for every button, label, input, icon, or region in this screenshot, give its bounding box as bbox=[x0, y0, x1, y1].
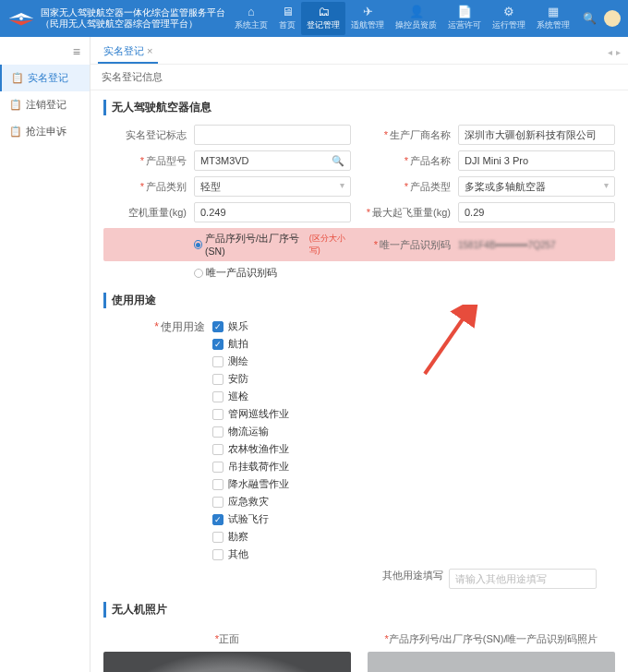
collapse-icon[interactable]: ≡ bbox=[0, 42, 90, 65]
photo-sn[interactable] bbox=[368, 652, 615, 672]
top-nav: ⌂系统主页 🖥首页 🗂登记管理 ✈适航管理 👤操控员资质 📄运营许可 ⚙运行管理… bbox=[229, 2, 575, 35]
usage-checkbox[interactable]: 其他 bbox=[212, 546, 289, 563]
empty-weight-input[interactable]: 0.249 bbox=[194, 202, 351, 222]
usage-checkbox[interactable]: 勘察 bbox=[212, 528, 289, 546]
usage-checkbox[interactable]: 吊挂载荷作业 bbox=[212, 458, 289, 475]
uid-radio[interactable]: 唯一产品识别码 bbox=[194, 267, 615, 280]
nav-registration[interactable]: 🗂登记管理 bbox=[301, 2, 345, 35]
usage-checkbox[interactable]: 安防 bbox=[212, 370, 289, 388]
nav-operator[interactable]: 👤操控员资质 bbox=[390, 2, 442, 35]
sn-radio[interactable]: 产品序列号/出厂序号(SN)(区分大小写) bbox=[194, 233, 351, 257]
search-icon[interactable]: 🔍 bbox=[332, 155, 344, 167]
mfr-input[interactable]: 深圳市大疆创新科技有限公司 bbox=[458, 125, 615, 145]
usage-checkbox[interactable]: 应急救灾 bbox=[212, 493, 289, 510]
section-photos: 无人机照片 bbox=[103, 602, 615, 618]
sn-highlight-row: 产品序列号/出厂序号(SN)(区分大小写) *唯一产品识别码 1581F4B••… bbox=[103, 228, 615, 261]
app-title: 国家无人驾驶航空器一体化综合监管服务平台 （民用无人驾驶航空器综合管理平台） bbox=[41, 7, 225, 30]
uid-value: 1581F4B••••••••••7Q257 bbox=[458, 240, 615, 250]
nav-home[interactable]: 🖥首页 bbox=[273, 2, 301, 35]
product-name-input[interactable]: DJI Mini 3 Pro bbox=[458, 150, 615, 171]
other-use-input[interactable]: 请输入其他用途填写 bbox=[449, 569, 597, 589]
search-icon[interactable]: 🔍 bbox=[583, 12, 597, 25]
avatar[interactable] bbox=[604, 10, 621, 27]
sidebar: ≡ 📋实名登记 📋注销登记 📋抢注申诉 bbox=[0, 37, 91, 672]
model-input[interactable]: MT3M3VD🔍 bbox=[194, 150, 351, 171]
app-header: 国家无人驾驶航空器一体化综合监管服务平台 （民用无人驾驶航空器综合管理平台） ⌂… bbox=[0, 0, 628, 37]
usage-checkbox[interactable]: 物流运输 bbox=[212, 423, 289, 440]
usage-checkbox[interactable]: 管网巡线作业 bbox=[212, 405, 289, 423]
usage-checkbox[interactable]: 巡检 bbox=[212, 388, 289, 405]
section-usage: 使用用途 bbox=[103, 293, 615, 308]
usage-checkbox[interactable]: ✓航拍 bbox=[212, 335, 289, 353]
tab-register[interactable]: 实名登记× bbox=[98, 41, 158, 64]
nav-license[interactable]: 📄运营许可 bbox=[442, 2, 487, 35]
nav-airworthiness[interactable]: ✈适航管理 bbox=[345, 2, 390, 35]
sidebar-item-register[interactable]: 📋实名登记 bbox=[0, 65, 90, 91]
logo bbox=[7, 9, 35, 28]
category-select[interactable]: 轻型 bbox=[194, 176, 351, 197]
photo-front[interactable] bbox=[103, 652, 351, 672]
reg-mark-input[interactable] bbox=[194, 125, 351, 145]
mtow-input[interactable]: 0.29 bbox=[458, 202, 615, 222]
usage-checkbox[interactable]: 降水融雪作业 bbox=[212, 475, 289, 493]
usage-checkbox[interactable]: 测绘 bbox=[212, 353, 289, 370]
close-icon[interactable]: × bbox=[147, 45, 152, 56]
sidebar-item-cancel[interactable]: 📋注销登记 bbox=[0, 91, 90, 118]
breadcrumb: 实名登记信息 bbox=[91, 65, 628, 90]
usage-checkbox[interactable]: ✓试验飞行 bbox=[212, 510, 289, 528]
tab-prev-icon[interactable]: ◂ bbox=[608, 47, 612, 57]
nav-system-home[interactable]: ⌂系统主页 bbox=[229, 2, 273, 35]
nav-sysmgmt[interactable]: ▦系统管理 bbox=[531, 2, 575, 35]
nav-operation[interactable]: ⚙运行管理 bbox=[487, 2, 531, 35]
usage-checkbox[interactable]: 农林牧渔作业 bbox=[212, 440, 289, 458]
section-uav-info: 无人驾驶航空器信息 bbox=[103, 100, 615, 115]
type-select[interactable]: 多桨或多轴航空器 bbox=[458, 176, 615, 197]
svg-point-0 bbox=[19, 17, 24, 21]
usage-checkbox[interactable]: ✓娱乐 bbox=[212, 318, 289, 335]
tab-next-icon[interactable]: ▸ bbox=[616, 47, 621, 57]
sidebar-item-appeal[interactable]: 📋抢注申诉 bbox=[0, 118, 90, 145]
